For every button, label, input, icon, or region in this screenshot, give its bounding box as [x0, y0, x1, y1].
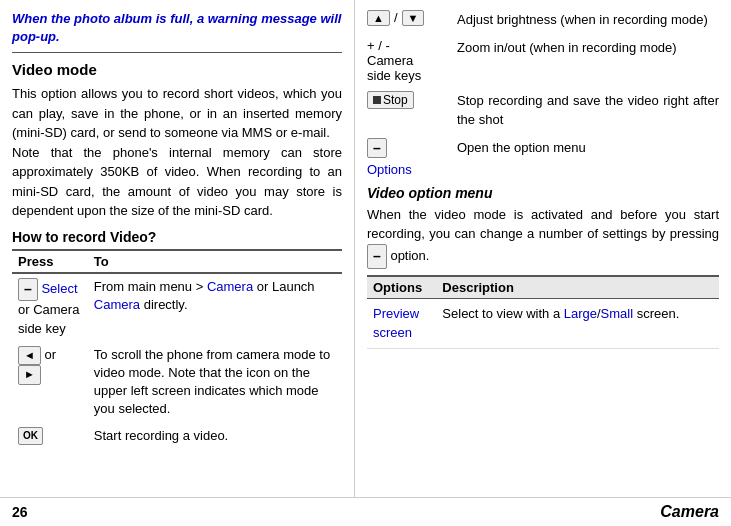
table-row: Previewscreen Select to view with a Larg… [367, 298, 719, 348]
page-number: 26 [12, 504, 28, 520]
select-key-icon: – [18, 278, 38, 302]
key-cell-select: – Select or Camera side key [12, 273, 88, 342]
options-desc: Open the option menu [457, 138, 719, 158]
zoom-desc: Zoom in/out (when in recording mode) [457, 38, 719, 58]
brightness-desc: Adjust brightness (when in recording mod… [457, 10, 719, 30]
desc-cell-ok: Start recording a video. [88, 423, 342, 452]
stop-label: Stop [383, 93, 408, 107]
option-desc-cell: Select to view with a Large/Small screen… [436, 298, 719, 348]
warning-text: When the photo album is full, a warning … [12, 10, 342, 46]
footer-title: Camera [660, 503, 719, 521]
table-row: – Select or Camera side key From main me… [12, 273, 342, 342]
camera-link-1: Camera [207, 279, 253, 294]
dash-icon: – [24, 280, 32, 300]
brightness-key-col: ▲ / ▼ [367, 10, 447, 26]
left-column: When the photo album is full, a warning … [0, 0, 355, 497]
stop-button-icon: Stop [367, 91, 414, 109]
ok-key-icon: OK [18, 427, 43, 445]
brightness-row: ▲ / ▼ Adjust brightness (when in recordi… [367, 10, 719, 30]
options-text-label: Options [367, 162, 412, 177]
desc-cell-arrows: To scroll the phone from camera mode to … [88, 342, 342, 423]
option-name-cell: Previewscreen [367, 298, 436, 348]
how-to-heading: How to record Video? [12, 229, 342, 245]
zoom-key-col: + / -Cameraside keys [367, 38, 447, 83]
preview-screen-option: Previewscreen [373, 306, 419, 341]
stop-desc: Stop recording and save the video right … [457, 91, 719, 130]
video-mode-heading: Video mode [12, 61, 342, 78]
small-link: Small [601, 306, 634, 321]
video-mode-body: This option allows you to record short v… [12, 84, 342, 221]
video-option-heading: Video option menu [367, 185, 719, 201]
content-area: When the photo album is full, a warning … [0, 0, 731, 497]
inline-dash-icon: – [373, 246, 381, 267]
table-row: OK Start recording a video. [12, 423, 342, 452]
col-description: Description [436, 276, 719, 299]
key-cell-arrows: ◄ or ► [12, 342, 88, 423]
record-table: Press To – Select or Camera side key Fro… [12, 249, 342, 451]
stop-square-icon [373, 96, 381, 104]
options-key-col: – Options [367, 138, 447, 177]
options-table: Options Description Previewscreen Select… [367, 275, 719, 349]
key-cell-ok: OK [12, 423, 88, 452]
col-options: Options [367, 276, 436, 299]
inline-option-icon: – [367, 244, 387, 269]
table-row: ◄ or ► To scroll the phone from camera m… [12, 342, 342, 423]
stop-key-col: Stop [367, 91, 447, 109]
desc-cell-select: From main menu > Camera or Launch Camera… [88, 273, 342, 342]
section-divider [12, 52, 342, 53]
option-button-icon: – [367, 138, 387, 158]
option-dash-icon: – [373, 140, 381, 156]
footer: 26 Camera [0, 497, 731, 526]
camera-link-2: Camera [94, 297, 140, 312]
down-arrow-icon: ▼ [402, 10, 425, 26]
or-camera-side: or Camera side key [18, 302, 79, 335]
zoom-row: + / -Cameraside keys Zoom in/out (when i… [367, 38, 719, 83]
right-column: ▲ / ▼ Adjust brightness (when in recordi… [355, 0, 731, 497]
col-press: Press [12, 250, 88, 273]
video-option-body: When the video mode is activated and bef… [367, 205, 719, 269]
options-row: – Options Open the option menu [367, 138, 719, 177]
select-label: Select [41, 281, 77, 296]
right-arrow-icon: ► [18, 365, 41, 384]
left-arrow-icon: ◄ [18, 346, 41, 365]
up-arrow-icon: ▲ [367, 10, 390, 26]
col-to: To [88, 250, 342, 273]
slash-label: / [394, 10, 398, 25]
stop-row: Stop Stop recording and save the video r… [367, 91, 719, 130]
large-link: Large [564, 306, 597, 321]
plus-minus-label: + / -Cameraside keys [367, 38, 421, 83]
page-wrapper: When the photo album is full, a warning … [0, 0, 731, 526]
or-label: or [45, 347, 57, 362]
